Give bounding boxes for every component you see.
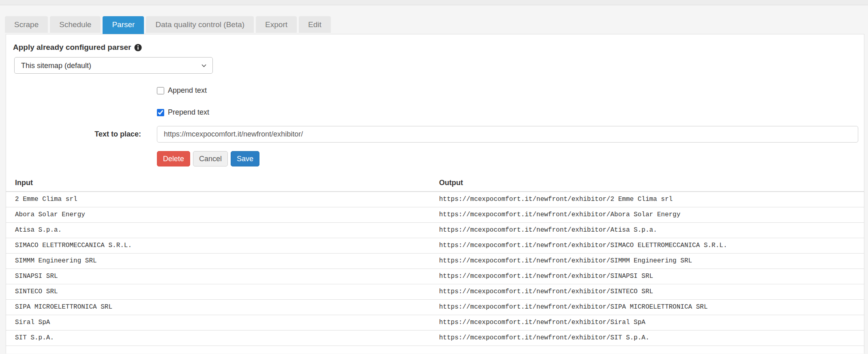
table-header-row: Input Output xyxy=(6,175,864,192)
table-row: SIMACO ELETTROMECCANICA S.R.L. https://m… xyxy=(6,238,864,254)
tab-bar: Scrape Schedule Parser Data quality cont… xyxy=(5,16,864,34)
parser-preview-table: Input Output 2 Emme Clima srl https://mc… xyxy=(6,175,864,346)
input-cell: SINAPSI SRL xyxy=(6,269,430,284)
tab-schedule[interactable]: Schedule xyxy=(50,16,101,33)
input-column-header: Input xyxy=(6,175,430,192)
output-cell: https://mcexpocomfort.it/newfront/exhibi… xyxy=(430,315,864,331)
input-cell: Atisa S.p.a. xyxy=(6,223,430,238)
save-button[interactable]: Save xyxy=(231,151,259,166)
delete-button[interactable]: Delete xyxy=(157,151,190,166)
input-cell: 2 Emme Clima srl xyxy=(6,192,430,207)
configured-parser-select[interactable]: This sitemap (default) xyxy=(14,57,213,74)
input-cell: Abora Solar Energy xyxy=(6,207,430,223)
output-cell: https://mcexpocomfort.it/newfront/exhibi… xyxy=(430,238,864,254)
append-text-checkbox[interactable] xyxy=(157,87,164,94)
input-cell: SIT S.p.A. xyxy=(6,331,430,346)
output-cell: https://mcexpocomfort.it/newfront/exhibi… xyxy=(430,192,864,207)
output-cell: https://mcexpocomfort.it/newfront/exhibi… xyxy=(430,300,864,315)
tab-export[interactable]: Export xyxy=(256,16,297,33)
input-cell: SINTECO SRL xyxy=(6,284,430,300)
input-cell: SIMMM Engineering SRL xyxy=(6,254,430,269)
output-cell: https://mcexpocomfort.it/newfront/exhibi… xyxy=(430,207,864,223)
table-row: SINTECO SRL https://mcexpocomfort.it/new… xyxy=(6,284,864,300)
prepend-text-checkbox[interactable] xyxy=(157,109,164,116)
input-cell: SIPA MICROELETTRONICA SRL xyxy=(6,300,430,315)
output-cell: https://mcexpocomfort.it/newfront/exhibi… xyxy=(430,269,864,284)
table-row: 2 Emme Clima srl https://mcexpocomfort.i… xyxy=(6,192,864,207)
table-row: SIMMM Engineering SRL https://mcexpocomf… xyxy=(6,254,864,269)
apply-parser-heading: Apply already configured parser xyxy=(13,43,131,52)
text-to-place-input[interactable] xyxy=(157,126,858,143)
tab-scrape[interactable]: Scrape xyxy=(5,16,48,33)
tab-edit[interactable]: Edit xyxy=(299,16,331,33)
info-icon xyxy=(134,44,142,51)
header-bottom-strip xyxy=(0,0,868,5)
output-cell: https://mcexpocomfort.it/newfront/exhibi… xyxy=(430,284,864,300)
output-column-header: Output xyxy=(430,175,864,192)
tab-parser[interactable]: Parser xyxy=(103,16,144,34)
table-row: Abora Solar Energy https://mcexpocomfort… xyxy=(6,207,864,223)
append-text-label[interactable]: Append text xyxy=(168,86,207,95)
table-row: SINAPSI SRL https://mcexpocomfort.it/new… xyxy=(6,269,864,284)
text-to-place-label: Text to place: xyxy=(6,126,157,143)
table-row: Siral SpA https://mcexpocomfort.it/newfr… xyxy=(6,315,864,331)
output-cell: https://mcexpocomfort.it/newfront/exhibi… xyxy=(430,223,864,238)
parser-panel: Apply already configured parser This sit… xyxy=(6,34,864,354)
prepend-text-label[interactable]: Prepend text xyxy=(168,108,209,117)
output-cell: https://mcexpocomfort.it/newfront/exhibi… xyxy=(430,331,864,346)
input-cell: Siral SpA xyxy=(6,315,430,331)
tab-data-quality-control[interactable]: Data quality control (Beta) xyxy=(146,16,254,33)
output-cell: https://mcexpocomfort.it/newfront/exhibi… xyxy=(430,254,864,269)
table-row: Atisa S.p.a. https://mcexpocomfort.it/ne… xyxy=(6,223,864,238)
table-row: SIT S.p.A. https://mcexpocomfort.it/newf… xyxy=(6,331,864,346)
cancel-button[interactable]: Cancel xyxy=(193,151,228,166)
input-cell: SIMACO ELETTROMECCANICA S.R.L. xyxy=(6,238,430,254)
table-row: SIPA MICROELETTRONICA SRL https://mcexpo… xyxy=(6,300,864,315)
